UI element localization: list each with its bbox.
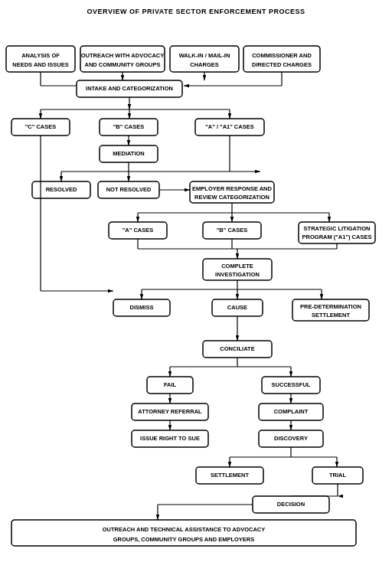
c-cases-label: "C" CASES [25,123,56,130]
analysis-label2: NEEDS AND ISSUES [12,61,69,68]
successful-label: SUCCESSFUL [272,381,311,388]
strategic-label2: PROGRAM ("A1") CASES [302,234,372,240]
flowchart: ANALYSIS OF NEEDS AND ISSUES OUTREACH WI… [0,23,392,574]
decision-label: DECISION [277,501,305,508]
b-cases-2-label: "B" CASES [217,227,247,234]
employer-label2: REVIEW CATEGORIZATION [194,194,270,201]
a-cases-2-label: "A" CASES [122,227,153,234]
commissioner-label2: DIRECTED CHARGES [252,61,312,68]
a-cases-1-label: "A" / "A1" CASES [205,123,253,130]
resolved-label: RESOLVED [46,186,77,193]
attorney-label: ATTORNEY REFERRAL [138,408,202,415]
predet-label2: SETTLEMENT [312,312,350,319]
trial-label: TRIAL [329,472,346,479]
strategic-label: STRATEGIC LITIGATION [304,225,371,232]
outreach-label: OUTREACH WITH ADVOCACY [81,52,164,59]
settlement-label: SETTLEMENT [211,472,249,479]
outreach-bottom-label2: GROUPS, COMMUNITY GROUPS AND EMPLOYERS [113,536,255,543]
page-title: OVERVIEW OF PRIVATE SECTOR ENFORCEMENT P… [0,8,392,15]
discovery-label: DISCOVERY [274,435,308,442]
mediation-label: MEDIATION [113,150,145,157]
fail-label: FAIL [164,381,177,388]
walkin-label2: CHARGES [190,61,219,68]
analysis-label: ANALYSIS OF [21,52,60,59]
intake-label: INTAKE AND CATEGORIZATION [86,85,173,92]
dismiss-label: DISMISS [130,304,154,311]
not-resolved-label: NOT RESOLVED [106,186,152,193]
complaint-label: COMPLAINT [274,408,309,415]
predet-label: PRE-DETERMINATION [300,303,361,310]
ci-label: COMPLETE [221,263,253,270]
commissioner-label: COMMISSIONER AND [252,52,312,59]
outreach-label2: AND COMMUNITY GROUPS [84,61,160,68]
conciliate-label: CONCILIATE [220,345,254,352]
outreach-bottom-label: OUTREACH AND TECHNICAL ASSISTANCE TO ADV… [103,526,266,533]
employer-label: EMPLOYER RESPONSE AND [192,185,272,192]
issue-label: ISSUE RIGHT TO SUE [140,435,200,442]
cause-label: CAUSE [227,304,247,311]
page: OVERVIEW OF PRIVATE SECTOR ENFORCEMENT P… [0,0,392,575]
ci-label2: INVESTIGATION [215,271,260,278]
b-cases-1-label: "B" CASES [113,123,144,130]
walkin-label: WALK-IN / MAIL-IN [179,52,230,59]
